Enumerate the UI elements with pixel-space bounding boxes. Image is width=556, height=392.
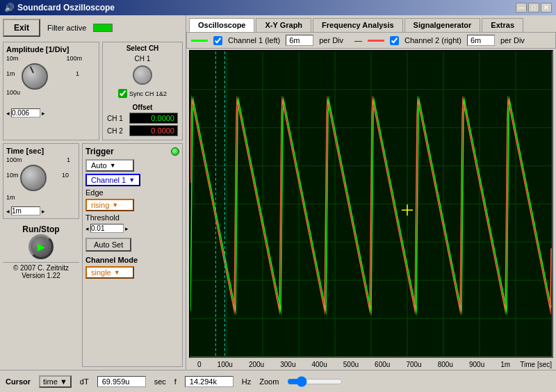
left-panel: Exit Filter active Amplitude [1/Div] 10m…	[0, 15, 186, 370]
amplitude-spinbox: ◂ ▸	[6, 108, 96, 117]
right-panel: Oscilloscope X-Y Graph Frequency Analysi…	[186, 15, 556, 370]
trigger-threshold-label: Threshold	[85, 213, 179, 222]
cursor-type-dropdown[interactable]: time ▼	[39, 375, 72, 388]
left-col: Time [sec] 100m 1 10m 10 1m ◂ ▸	[3, 143, 79, 367]
trigger-edge-row: rising ▼	[85, 199, 179, 211]
offset-section: Offset CH 1 0.0000 CH 2 0.0000	[107, 104, 178, 138]
trigger-section: Trigger Auto ▼ Channel 1 ▼	[82, 143, 183, 367]
time-title: Time [sec]	[6, 147, 76, 155]
sync-checkbox[interactable]	[118, 89, 127, 98]
trigger-mode-dropdown[interactable]: Auto ▼	[85, 159, 134, 172]
trigger-channel-dropdown[interactable]: Channel 1 ▼	[85, 174, 140, 186]
ch2-indicator	[368, 40, 384, 42]
runstop-label: Run/Stop	[22, 224, 59, 234]
filter-label: Filter active	[47, 24, 86, 32]
time-knob-area: 100m 1 10m 10 1m	[6, 156, 76, 205]
scope-canvas	[190, 51, 552, 357]
filter-indicator	[93, 24, 113, 32]
tick-0: 0	[197, 361, 202, 368]
ch2-spacer: —	[354, 36, 362, 44]
time-spin-input[interactable]	[11, 206, 40, 215]
trigger-header: Trigger	[85, 147, 179, 156]
ch2-perdiv-input[interactable]	[467, 35, 495, 46]
threshold-spin-left[interactable]: ◂	[85, 225, 89, 232]
amplitude-row: Amplitude [1/Div] 10m 100m 1m 1 100u	[3, 42, 183, 140]
runstop-section: Run/Stop ▶	[3, 224, 79, 259]
channel-mode-dropdown[interactable]: single ▼	[85, 266, 134, 279]
minimize-button[interactable]: —	[516, 3, 527, 13]
time-label-bottom: 1m	[6, 194, 15, 201]
ch2-checkbox[interactable]	[390, 36, 399, 45]
autoset-button[interactable]: Auto Set	[85, 238, 131, 252]
tick-900u: 900u	[469, 361, 484, 368]
ch1-perdiv-input[interactable]	[286, 35, 313, 46]
trigger-edge-dropdown[interactable]: rising ▼	[85, 199, 134, 211]
tab-oscilloscope[interactable]: Oscilloscope	[189, 18, 254, 32]
cursor-dt-value: 69.959u	[97, 376, 146, 387]
cursor-f-value: 14.294k	[185, 376, 234, 387]
tab-frequency-analysis[interactable]: Frequency Analysis	[313, 18, 403, 32]
cursor-type-label: time	[43, 377, 58, 386]
ch2-perdiv-label: per Div	[500, 36, 525, 44]
tick-300u: 300u	[280, 361, 295, 368]
channel-bar: Channel 1 (left) per Div — Channel 2 (ri…	[186, 32, 556, 49]
ch-select-knob[interactable]	[133, 65, 152, 85]
trigger-mode-label: Auto	[91, 161, 107, 170]
offset-ch1-row: CH 1 0.0000	[107, 113, 178, 124]
amp-label-bottomleft: 1m	[6, 70, 15, 77]
time-knob[interactable]	[20, 165, 47, 191]
amp-label-topright: 100m	[66, 55, 82, 62]
spin-arrow-down[interactable]: ▸	[42, 110, 45, 117]
time-label-bottomleft: 10m	[6, 172, 19, 179]
time-spin-right[interactable]: ▸	[42, 208, 45, 215]
amplitude-knob-area: 10m 100m 1m 1 100u	[6, 55, 96, 107]
offset-ch2-row: CH 2 0.0000	[107, 125, 178, 136]
maximize-button[interactable]: □	[528, 3, 539, 13]
ch2-label: Channel 2 (right)	[404, 36, 461, 44]
threshold-spin-right[interactable]: ▸	[125, 225, 129, 232]
time-label-topright: 1	[67, 156, 70, 163]
tab-extras[interactable]: Extras	[482, 18, 523, 32]
trigger-edge-arrow: ▼	[112, 202, 118, 209]
tick-700u: 700u	[406, 361, 421, 368]
sync-row: Sync CH 1&2	[118, 89, 167, 98]
tick-1m: 1m	[500, 361, 510, 368]
channel-mode-arrow: ▼	[114, 269, 120, 276]
amplitude-spin-input[interactable]	[11, 108, 40, 117]
tick-500u: 500u	[343, 361, 359, 368]
amplitude-knob[interactable]	[22, 63, 48, 90]
tab-signalgenerator[interactable]: Signalgenerator	[404, 18, 481, 32]
zoom-slider[interactable]	[287, 376, 343, 387]
ch1-label: Channel 1 (left)	[228, 36, 280, 44]
time-trigger-row: Time [sec] 100m 1 10m 10 1m ◂ ▸	[3, 143, 183, 367]
time-ticks: 0 100u 200u 300u 400u 500u 600u 700u 800…	[190, 361, 517, 368]
threshold-spinbox-row: ◂ ▸	[85, 224, 179, 233]
tab-xy-graph[interactable]: X-Y Graph	[256, 18, 311, 32]
ch1-checkbox[interactable]	[213, 36, 222, 45]
app-icon: 🔊	[4, 3, 15, 13]
cursor-dt-label: dT	[80, 377, 89, 386]
time-label-bottomright: 10	[62, 172, 69, 179]
trigger-edge-label: Edge	[85, 188, 179, 197]
trigger-mode-arrow: ▼	[110, 162, 116, 169]
spin-arrow-up[interactable]: ◂	[6, 110, 10, 117]
title-bar-left: 🔊 Soundcard Oszilloscope	[4, 3, 115, 13]
edge-label: Edge	[85, 188, 104, 197]
amp-label-topleft: 10m	[6, 55, 19, 62]
exit-button[interactable]: Exit	[3, 19, 40, 37]
runstop-button[interactable]: ▶	[28, 234, 54, 259]
time-label-topleft: 100m	[6, 156, 22, 163]
title-bar-buttons: — □ ✕	[516, 3, 552, 13]
time-spin-left[interactable]: ◂	[6, 208, 10, 215]
title-bar: 🔊 Soundcard Oszilloscope — □ ✕	[0, 0, 556, 15]
channel-mode-label: Channel Mode	[85, 256, 179, 264]
copyright: © 2007 C. Zeitnitz Version 1.22	[3, 262, 79, 281]
select-ch-area: Select CH CH 1 Sync CH 1&2 Offset CH 1 0…	[102, 42, 183, 140]
top-area: Exit Filter active Amplitude [1/Div] 10m…	[0, 15, 556, 370]
time-axis: 0 100u 200u 300u 400u 500u 600u 700u 800…	[186, 359, 556, 370]
close-button[interactable]: ✕	[541, 3, 552, 13]
trigger-channel-label: Channel 1	[91, 176, 126, 184]
select-ch-label: Select CH	[126, 44, 159, 52]
threshold-spin-input[interactable]	[90, 224, 124, 233]
cursor-label: Cursor	[6, 377, 31, 386]
